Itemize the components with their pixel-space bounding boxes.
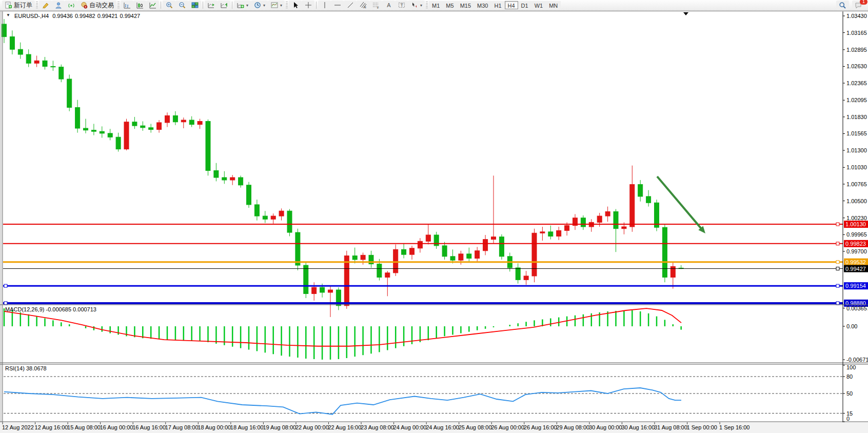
- text-tool[interactable]: A: [382, 1, 395, 10]
- bar-chart-icon: [123, 2, 131, 9]
- candle: [75, 107, 80, 128]
- candle: [662, 227, 667, 277]
- date-label: 22 Aug 00:00: [295, 424, 329, 430]
- equidistant-channel-icon: E: [359, 2, 367, 9]
- arrows-tool[interactable]: ▾: [408, 1, 425, 10]
- candle: [532, 233, 537, 276]
- candle: [670, 267, 675, 278]
- toolbar-separator: [203, 2, 203, 9]
- auto-trading-button[interactable]: 自动交易: [77, 1, 116, 10]
- crosshair-button[interactable]: [302, 1, 314, 10]
- crayon-button[interactable]: [39, 1, 52, 10]
- candle: [548, 232, 553, 237]
- macd-name: MACD(12,26,9): [5, 306, 44, 312]
- tf-m15-button[interactable]: M15: [457, 1, 474, 9]
- tf-m30-button[interactable]: M30: [474, 1, 491, 9]
- candle: [51, 66, 55, 67]
- hline-handle[interactable]: [836, 284, 839, 287]
- tf-w1-button[interactable]: W1: [531, 1, 546, 9]
- hline-handle[interactable]: [836, 267, 839, 270]
- candle: [361, 255, 365, 260]
- tf-d1-button[interactable]: D1: [518, 1, 531, 9]
- price-tick-label: 1.02365: [846, 80, 867, 86]
- candle: [181, 120, 186, 122]
- price-tick-label: 1.03165: [846, 30, 867, 36]
- auto-scroll-button[interactable]: [205, 1, 218, 10]
- cursor-button[interactable]: [289, 1, 302, 10]
- toolbar-separator: [232, 2, 232, 9]
- hline-handle[interactable]: [836, 242, 839, 245]
- hline-handle[interactable]: [4, 284, 7, 287]
- candle: [173, 115, 177, 122]
- tf-h4-button[interactable]: H4: [505, 1, 518, 9]
- fibonacci-tool[interactable]: F: [369, 1, 382, 10]
- auto-trading-label: 自动交易: [89, 1, 114, 10]
- candle: [540, 232, 545, 233]
- candle: [214, 170, 219, 178]
- crayon-icon: [42, 2, 49, 9]
- search-button[interactable]: [836, 1, 849, 10]
- chart-title: ▼ EURUSD-,H4 0.99436 0.99482 0.99421 0.9…: [6, 13, 140, 19]
- price-tick-label: 1.00230: [846, 215, 867, 221]
- bar-chart-button[interactable]: [121, 1, 133, 10]
- signal-button[interactable]: [65, 1, 77, 10]
- price-tick-label: 1.01830: [846, 114, 867, 120]
- hline-handle[interactable]: [836, 223, 839, 226]
- tf-mn-button[interactable]: MN: [546, 1, 561, 9]
- toolbar-grip: [426, 2, 428, 9]
- candle: [597, 216, 602, 222]
- candlestick-chart-button[interactable]: [133, 1, 146, 10]
- svg-text:T: T: [400, 3, 403, 8]
- hline-handle[interactable]: [836, 261, 839, 264]
- text-label-tool[interactable]: T: [395, 1, 408, 10]
- date-label: 17 Aug 08:00: [165, 424, 199, 430]
- date-label: 15 Aug 08:00: [67, 424, 101, 430]
- macd-tick-label: -0.006719: [846, 357, 868, 363]
- rsi-value: 38.0678: [26, 365, 47, 371]
- date-label: 26 Aug 00:00: [491, 424, 524, 430]
- price-tick-label: 1.00500: [846, 198, 867, 204]
- toolbar-grip: [36, 2, 38, 9]
- notifications-button[interactable]: 1: [852, 1, 865, 10]
- tile-windows-button[interactable]: [188, 1, 201, 10]
- trendline-tool[interactable]: [344, 1, 357, 10]
- rsi-tick-label: 0: [846, 416, 850, 422]
- svg-text:E: E: [364, 6, 366, 9]
- periods-button[interactable]: ▾: [251, 1, 268, 10]
- candle: [239, 178, 243, 185]
- zoom-in-button[interactable]: [163, 1, 175, 10]
- channel-tool[interactable]: E: [357, 1, 369, 10]
- chart-shift-button[interactable]: [218, 1, 230, 10]
- candlestick-chart-icon: [136, 2, 144, 9]
- zoom-out-button[interactable]: [175, 1, 188, 10]
- candle: [499, 237, 504, 257]
- collapse-triangle-icon[interactable]: ▼: [6, 13, 10, 19]
- tf-m5-button[interactable]: M5: [443, 1, 457, 9]
- candle: [254, 205, 259, 216]
- tf-m1-button[interactable]: M1: [429, 1, 443, 9]
- line-chart-icon: [149, 2, 156, 9]
- candle: [426, 235, 430, 241]
- price-tick-label: 1.02630: [846, 63, 867, 69]
- open-value: 0.99436: [52, 13, 73, 19]
- new-order-button[interactable]: 新订单: [2, 1, 35, 10]
- new-order-icon: [5, 2, 12, 9]
- horizontal-line-tool[interactable]: [331, 1, 344, 10]
- candle: [222, 178, 227, 180]
- dropdown-caret: ▾: [246, 3, 248, 8]
- vertical-line-tool[interactable]: [318, 1, 331, 10]
- line-chart-button[interactable]: [146, 1, 159, 10]
- indicators-button[interactable]: ▾: [234, 1, 251, 10]
- templates-button[interactable]: ▾: [268, 1, 285, 10]
- hline-handle[interactable]: [4, 302, 7, 305]
- dropdown-caret: ▾: [420, 3, 422, 8]
- price-label-text: 1.00130: [845, 221, 866, 227]
- candle: [271, 216, 275, 219]
- hline-handle[interactable]: [836, 302, 839, 305]
- date-label: 1 Sep 00:00: [687, 424, 717, 430]
- toolbar-grip: [117, 2, 120, 9]
- chart-canvas[interactable]: 10080501501.001300.998230.995320.994270.…: [0, 0, 868, 433]
- tf-h1-button[interactable]: H1: [491, 1, 504, 9]
- profile-button[interactable]: [52, 1, 65, 10]
- date-label: 26 Aug 16:00: [524, 424, 557, 430]
